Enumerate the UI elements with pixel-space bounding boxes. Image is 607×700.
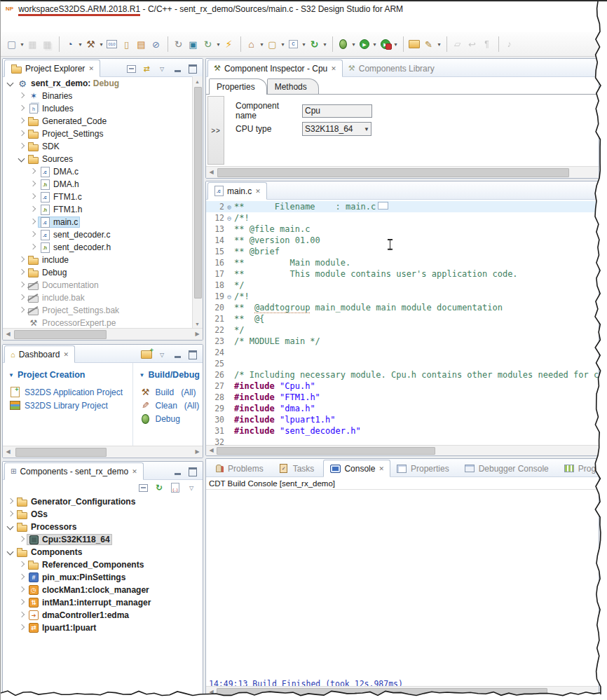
dashboard-link[interactable]: Debug: [139, 412, 200, 425]
code-line[interactable]: 12⊖/*!: [206, 212, 599, 224]
cpu-type-select[interactable]: S32K118_64▼: [302, 122, 371, 136]
code-line[interactable]: 2⊕** Filename : main.c: [206, 201, 599, 212]
dropdown-caret-icon[interactable]: ▾: [215, 41, 221, 48]
tree-item[interactable]: main.c: [3, 216, 193, 228]
tree-item[interactable]: Documentation: [3, 279, 193, 291]
dropdown-caret-icon[interactable]: ▾: [301, 41, 307, 48]
expander-chevron[interactable]: [6, 509, 15, 519]
collapse-triangle-icon[interactable]: ▼: [139, 372, 144, 378]
flash-programmer-button[interactable]: ▾: [221, 36, 236, 53]
expander-chevron[interactable]: [17, 104, 27, 114]
scroll-right-icon[interactable]: ▶: [192, 329, 203, 339]
save-all-button[interactable]: ▾: [40, 36, 55, 53]
tab-components[interactable]: ⊞ Components - sent_rx_demo ✕: [4, 462, 144, 480]
mic-button[interactable]: ▾: [502, 36, 517, 53]
annotate-button[interactable]: ▾: [421, 36, 442, 53]
tab-component-inspector[interactable]: ⚒ Component Inspector - Cpu ✕: [207, 60, 343, 77]
build-button[interactable]: ▾: [83, 36, 104, 53]
expander-chevron[interactable]: [28, 167, 38, 177]
expander-chevron[interactable]: [17, 154, 27, 164]
show-whitespace-button[interactable]: ▾: [479, 36, 494, 53]
separator[interactable]: ▾: [165, 36, 168, 52]
tab-main-c[interactable]: main.c ✕: [207, 182, 267, 200]
import-project-icon[interactable]: [141, 350, 152, 359]
expander-chevron[interactable]: [28, 217, 38, 227]
code-line[interactable]: 24: [206, 347, 599, 358]
debug-button[interactable]: ▾: [336, 36, 357, 53]
maximize-icon[interactable]: [187, 467, 198, 476]
link-with-editor-icon[interactable]: ⇄: [141, 64, 152, 74]
collapse-triangle-icon[interactable]: ▼: [8, 372, 14, 378]
expander-chevron[interactable]: [17, 268, 27, 277]
scrollbar-thumb[interactable]: [194, 87, 202, 298]
tree-item[interactable]: Generator_Configurations: [3, 495, 203, 508]
expander-chevron[interactable]: [6, 522, 15, 532]
separator[interactable]: ▾: [400, 36, 404, 52]
code-editor[interactable]: 2⊕** Filename : main.c12⊖/*!13** @file m…: [206, 200, 599, 445]
tree-item[interactable]: Includes: [3, 102, 193, 115]
dropdown-caret-icon[interactable]: ▾: [322, 41, 328, 48]
minimize-icon[interactable]: [172, 350, 183, 359]
tree-item[interactable]: intMan1:interrupt_manager: [3, 596, 203, 609]
menu-item[interactable]: [89, 23, 102, 26]
new-class-button[interactable]: ▾: [286, 36, 307, 53]
code-line[interactable]: 14** @version 01.00: [206, 235, 599, 246]
view-menu-icon[interactable]: ▽: [186, 483, 197, 493]
scroll-right-icon[interactable]: ▶: [192, 446, 203, 457]
separator[interactable]: ▾: [238, 36, 241, 52]
expander-chevron[interactable]: [28, 179, 38, 189]
code-line[interactable]: 18*/: [206, 280, 599, 291]
tab-methods[interactable]: Methods: [267, 78, 319, 94]
tree-item[interactable]: dmaController1:edma: [3, 609, 203, 622]
code-line[interactable]: 20** @addtogroup main_module main module…: [206, 302, 599, 313]
code-line[interactable]: 29#include "dma.h": [206, 403, 599, 414]
collapse-all-icon[interactable]: [125, 64, 137, 74]
tree-item[interactable]: Sources: [3, 153, 193, 165]
expander-chevron[interactable]: [6, 497, 15, 507]
run-button[interactable]: ▾: [357, 36, 378, 53]
expander-chevron[interactable]: [17, 255, 27, 265]
tree-item[interactable]: sent_decoder.c: [3, 228, 193, 241]
tree-item[interactable]: SDK: [3, 140, 193, 153]
expander-chevron[interactable]: [17, 306, 27, 315]
horizontal-scrollbar[interactable]: ◀: [206, 686, 599, 697]
code-line[interactable]: 23/* MODULE main */: [206, 336, 599, 347]
code-line[interactable]: 31#include "sent_decoder.h": [206, 425, 599, 437]
new-library-project-button[interactable]: ▾: [134, 36, 149, 53]
dropdown-caret-icon[interactable]: ▾: [280, 41, 286, 48]
menu-item[interactable]: [13, 23, 26, 26]
console-area-tab[interactable]: Problems: [207, 460, 273, 476]
console-area-tab[interactable]: Progress: [558, 460, 599, 476]
code-line[interactable]: 22*/: [206, 324, 599, 336]
dropdown-caret-icon[interactable]: ▾: [371, 41, 378, 48]
tree-item[interactable]: Project_Settings: [3, 128, 193, 140]
save-button[interactable]: ▾: [25, 36, 40, 53]
expander-chevron[interactable]: [28, 230, 38, 240]
tree-item[interactable]: clockMan1:clock_manager: [3, 584, 203, 596]
close-icon[interactable]: ✕: [88, 65, 94, 72]
expander-chevron[interactable]: [17, 623, 27, 633]
code-line[interactable]: 30#include "lpuart1.h": [206, 414, 599, 425]
menu-item[interactable]: [76, 23, 89, 26]
tree-item[interactable]: OSs: [3, 508, 203, 521]
close-icon[interactable]: ✕: [255, 188, 261, 195]
new-debug-config-button[interactable]: ▾: [186, 36, 200, 53]
view-menu-icon[interactable]: ▽: [156, 64, 168, 74]
expander-chevron[interactable]: [17, 610, 27, 620]
expander-chevron[interactable]: [17, 560, 27, 570]
dropdown-caret-icon[interactable]: ▾: [77, 41, 83, 48]
expander-chevron[interactable]: [17, 116, 27, 126]
expander-chevron[interactable]: [17, 572, 27, 582]
dropdown-caret-icon[interactable]: ▾: [350, 41, 357, 48]
separator[interactable]: ▾: [496, 36, 499, 52]
expander-chevron[interactable]: [17, 585, 27, 595]
scroll-down-icon[interactable]: ▼: [193, 319, 202, 329]
horizontal-scrollbar[interactable]: ◀: [206, 445, 599, 455]
tree-item[interactable]: lpuart1:lpuart: [3, 622, 203, 634]
dropdown-caret-icon[interactable]: ▾: [436, 41, 442, 48]
code-line[interactable]: 26/* Including necessary module. Cpu.h c…: [206, 369, 599, 380]
tree-item[interactable]: Debug: [3, 266, 193, 279]
expander-chevron[interactable]: [28, 205, 38, 214]
menu-item[interactable]: [64, 23, 76, 26]
tree-item[interactable]: Binaries: [3, 90, 193, 102]
